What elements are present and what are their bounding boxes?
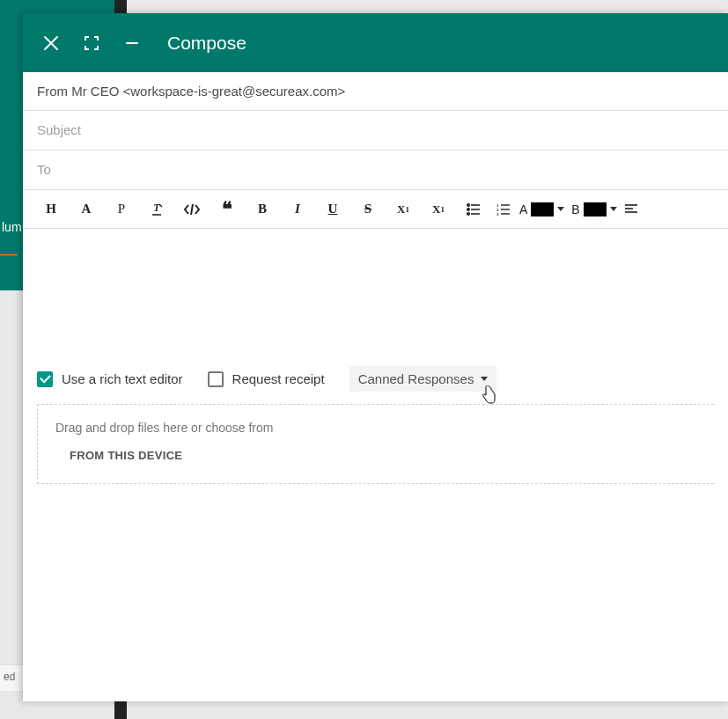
dropzone-hint: Drag and drop files here or choose from: [55, 421, 696, 435]
svg-point-1: [467, 203, 469, 205]
svg-point-3: [467, 212, 469, 214]
clear-format-button[interactable]: T: [139, 192, 174, 227]
superscript-button[interactable]: X1: [386, 192, 421, 227]
quote-button[interactable]: ❝: [210, 192, 245, 227]
background-underline: —: [0, 244, 19, 256]
compose-title: Compose: [167, 33, 246, 54]
checkbox-checked-icon: [37, 371, 53, 387]
chevron-down-icon: [610, 207, 617, 211]
expand-icon[interactable]: [81, 33, 102, 54]
to-input[interactable]: [37, 162, 714, 177]
text-color-label: A: [519, 202, 527, 216]
minimize-icon[interactable]: [121, 33, 143, 54]
canned-responses-label: Canned Responses: [358, 371, 474, 386]
checkbox-unchecked-icon: [208, 371, 224, 387]
format-toolbar: H A P T ❝ B I U S X1 X1 123 A B: [23, 190, 728, 229]
options-row: Use a rich text editor Request receipt C…: [23, 359, 728, 404]
font-button[interactable]: A: [69, 192, 104, 227]
editor-body[interactable]: [23, 229, 728, 359]
richtext-checkbox[interactable]: Use a rich text editor: [37, 371, 183, 387]
richtext-label: Use a rich text editor: [62, 371, 183, 386]
receipt-label: Request receipt: [232, 371, 325, 386]
subscript-button[interactable]: X1: [421, 192, 456, 227]
bullet-list-button[interactable]: [456, 192, 491, 227]
numbered-list-button[interactable]: 123: [491, 192, 516, 227]
paragraph-button[interactable]: P: [104, 192, 139, 227]
to-row: [23, 150, 728, 190]
chevron-down-icon: [557, 207, 564, 211]
close-icon[interactable]: [40, 33, 62, 54]
subject-row: [23, 111, 728, 150]
bg-color-swatch: [584, 202, 607, 216]
background-text-fragment: lum: [0, 220, 22, 234]
svg-text:3: 3: [496, 212, 499, 216]
bg-color-button[interactable]: B: [568, 192, 620, 227]
heading-button[interactable]: H: [33, 192, 69, 227]
canned-responses-dropdown[interactable]: Canned Responses: [349, 366, 497, 392]
chevron-down-icon: [481, 377, 488, 381]
underline-button[interactable]: U: [315, 192, 350, 227]
background-bottom-fragment: ed: [0, 664, 23, 691]
from-display: From Mr CEO <workspace-is-great@secureax…: [37, 84, 345, 99]
bg-color-label: B: [571, 202, 579, 216]
receipt-checkbox[interactable]: Request receipt: [208, 371, 325, 387]
attachment-dropzone[interactable]: Drag and drop files here or choose from …: [37, 404, 714, 484]
compose-panel: Compose From Mr CEO <workspace-is-great@…: [23, 13, 728, 701]
text-color-button[interactable]: A: [516, 192, 568, 227]
italic-button[interactable]: I: [280, 192, 315, 227]
strike-button[interactable]: S: [350, 192, 386, 227]
text-color-swatch: [531, 202, 554, 216]
bold-button[interactable]: B: [245, 192, 280, 227]
from-this-device-button[interactable]: FROM THIS DEVICE: [55, 449, 696, 462]
subject-input[interactable]: [37, 122, 714, 137]
code-button[interactable]: [174, 192, 210, 227]
compose-header: Compose: [23, 13, 728, 72]
align-button[interactable]: [621, 192, 642, 227]
from-field[interactable]: From Mr CEO <workspace-is-great@secureax…: [23, 72, 728, 111]
svg-point-2: [467, 208, 469, 209]
svg-text:T: T: [153, 202, 160, 214]
